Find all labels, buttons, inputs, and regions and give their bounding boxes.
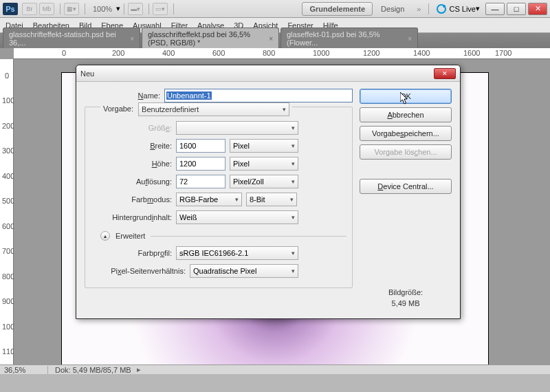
ruler-vertical: 010020030040050060070080090010001100 [0, 59, 14, 364]
workspace-secondary-button[interactable]: Design [374, 3, 411, 15]
close-icon[interactable]: × [130, 35, 134, 43]
workspace-primary-button[interactable]: Grundelemente [302, 2, 373, 16]
save-preset-button[interactable]: Vorgabe speichern... [360, 126, 452, 141]
document-tabs: glasschrifteffekt-statisch.psd bei 36,..… [0, 33, 550, 48]
screenmode-button[interactable]: ▭▾ [153, 3, 168, 15]
title-bar: Ps Br Mb ▦▾ 100%▾ ▬▾ ▭▾ Grundelemente De… [0, 0, 550, 18]
document-tab-active[interactable]: glasschrifteffekt.psd bei 36,5% (PSD, RG… [142, 28, 279, 49]
close-icon[interactable]: × [269, 35, 273, 43]
cancel-button[interactable]: Abbrechen [360, 107, 452, 122]
imagesize-label: Bildgröße: [360, 287, 452, 298]
viewmode-button[interactable]: ▦▾ [64, 3, 79, 15]
height-unit-select[interactable]: Pixel [230, 157, 298, 171]
imagesize-value: 5,49 MB [360, 298, 452, 309]
status-doc-size[interactable]: Dok: 5,49 MB/85,7 MB [48, 366, 131, 374]
app-logo-icon: Ps [3, 3, 18, 15]
bg-select[interactable]: Weiß [176, 210, 298, 224]
chevron-right-icon[interactable]: ▸ [137, 365, 141, 374]
height-label: Höhe: [91, 160, 172, 168]
bitdepth-select[interactable]: 8-Bit [246, 193, 297, 206]
colormode-label: Farbmodus: [91, 195, 172, 204]
dialog-title: Neu [80, 69, 434, 78]
resolution-label: Auflösung: [91, 177, 172, 186]
document-tab[interactable]: glaseffekt-01.psd bei 36,5% (Flower...× [280, 28, 418, 49]
delete-preset-button: Vorgabe löschen... [360, 144, 452, 160]
dialog-close-button[interactable]: ✕ [434, 68, 456, 79]
zoom-display[interactable]: 100% [93, 5, 112, 13]
maximize-button[interactable]: □ [507, 3, 526, 15]
preset-label: Vorgabe: [103, 105, 133, 113]
workspace-more-icon[interactable]: » [417, 5, 421, 13]
device-central-button[interactable]: Device Central... [360, 179, 452, 194]
name-label: Name: [85, 91, 160, 100]
bridge-button[interactable]: Br [22, 3, 37, 15]
width-unit-select[interactable]: Pixel [230, 139, 298, 153]
cslive-icon [437, 4, 446, 14]
status-bar: 36,5% Dok: 5,49 MB/85,7 MB ▸ [0, 364, 550, 374]
width-label: Breite: [91, 142, 172, 150]
size-select [176, 121, 298, 135]
pixelaspect-label: Pixel-Seitenverhältnis: [91, 267, 186, 275]
pixelaspect-select[interactable]: Quadratische Pixel [190, 264, 298, 278]
colorprofile-label: Farbprofil: [91, 249, 172, 257]
minimize-button[interactable]: — [485, 3, 505, 15]
preset-select[interactable]: Benutzerdefiniert [138, 102, 289, 116]
colormode-select[interactable]: RGB-Farbe [176, 193, 242, 206]
close-icon[interactable]: × [408, 35, 412, 43]
size-label: Größe: [91, 124, 172, 132]
colorprofile-select[interactable]: sRGB IEC61966-2.1 [176, 246, 298, 260]
close-button[interactable]: ✕ [528, 3, 547, 15]
resolution-input[interactable] [176, 175, 226, 188]
ok-button[interactable]: OK [360, 89, 452, 104]
name-input[interactable]: Unbenannt-1 [164, 89, 353, 102]
ruler-horizontal: 020040060080010001200140016001700 [14, 48, 550, 59]
advanced-label: Erweitert [116, 232, 145, 240]
document-tab[interactable]: glasschrifteffekt-statisch.psd bei 36,..… [3, 28, 140, 49]
collapse-icon[interactable]: ▴ [100, 231, 110, 241]
bg-label: Hintergrundinhalt: [91, 213, 172, 221]
height-input[interactable] [176, 157, 226, 171]
new-document-dialog: Neu ✕ Name: Unbenannt-1 Vorgabe: Benutze… [76, 65, 461, 319]
status-zoom[interactable]: 36,5% [0, 366, 48, 374]
minibridge-button[interactable]: Mb [39, 3, 54, 15]
width-input[interactable] [176, 139, 226, 153]
dialog-titlebar[interactable]: Neu ✕ [76, 65, 460, 82]
arrange-button[interactable]: ▬▾ [128, 3, 143, 15]
cslive-button[interactable]: CS Live ▾ [437, 4, 480, 14]
resolution-unit-select[interactable]: Pixel/Zoll [230, 175, 298, 188]
